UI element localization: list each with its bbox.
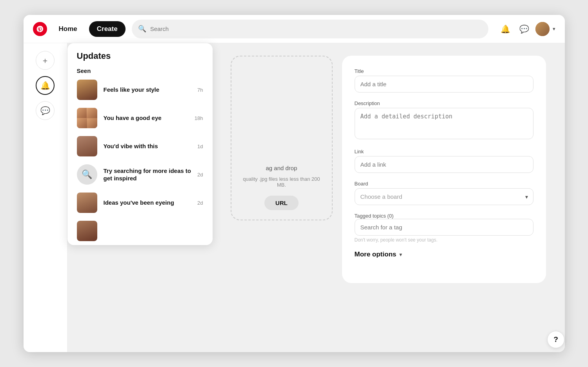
notification-item[interactable]: You have a good eye 18h bbox=[67, 104, 213, 132]
notification-text: You have a good eye bbox=[104, 114, 188, 122]
tagged-topics-label: Tagged topics (0) bbox=[355, 213, 533, 219]
sidebar-message-button[interactable]: 💬 bbox=[36, 101, 55, 120]
notification-text: Ideas you've been eyeing bbox=[104, 199, 191, 207]
notification-item[interactable]: 🔍 Try searching for more ideas to get in… bbox=[67, 160, 213, 189]
notification-text: You'd vibe with this bbox=[104, 142, 191, 150]
profile-chevron-icon[interactable]: ▾ bbox=[553, 26, 555, 32]
more-options-label: More options bbox=[355, 251, 397, 258]
help-icon: ? bbox=[553, 335, 558, 344]
notification-time: 18h bbox=[195, 115, 203, 121]
link-field-group: Link bbox=[355, 149, 533, 173]
more-options-chevron-icon: ▾ bbox=[399, 251, 402, 258]
board-field-group: Board Choose a board ▾ bbox=[355, 181, 533, 205]
help-button[interactable]: ? bbox=[547, 331, 564, 348]
pinterest-logo[interactable] bbox=[33, 22, 47, 36]
notification-title: Feels like your style bbox=[104, 86, 191, 94]
home-nav-button[interactable]: Home bbox=[53, 22, 83, 36]
tagged-topics-group: Tagged topics (0) Don't worry, people wo… bbox=[355, 213, 533, 243]
panel-title: Updates bbox=[67, 43, 213, 64]
sidebar-bell-button[interactable]: 🔔 bbox=[36, 76, 55, 95]
notification-item[interactable]: Feels like your style 7h bbox=[67, 76, 213, 104]
title-input[interactable] bbox=[355, 76, 533, 93]
search-input[interactable] bbox=[150, 25, 482, 32]
main-area: ＋ 🔔 💬 Updates Seen Feels like your bbox=[24, 43, 565, 352]
notification-thumbnail bbox=[77, 108, 97, 128]
chat-icon: 💬 bbox=[40, 106, 50, 115]
sidebar: ＋ 🔔 💬 bbox=[24, 43, 67, 352]
drop-area-subtext: quality .jpg files less less than 200 MB… bbox=[241, 176, 322, 188]
notification-thumbnail bbox=[77, 136, 97, 156]
drag-drop-text: ag and drop bbox=[266, 165, 297, 171]
notification-text: Feels like your style bbox=[104, 86, 191, 94]
link-input[interactable] bbox=[355, 156, 533, 173]
notification-title: Try searching for more ideas to get insp… bbox=[104, 167, 191, 182]
notification-time: 2d bbox=[197, 172, 203, 178]
notification-text: Try searching for more ideas to get insp… bbox=[104, 167, 191, 182]
description-input[interactable] bbox=[355, 108, 533, 139]
avatar-image bbox=[535, 22, 550, 36]
search-bar[interactable]: 🔍 bbox=[132, 20, 488, 38]
nav-icons: 🔔 💬 ▾ bbox=[498, 21, 555, 37]
tag-input[interactable] bbox=[355, 219, 533, 236]
pin-form-panel: Title Description Link Board bbox=[342, 56, 546, 283]
board-select[interactable]: Choose a board bbox=[355, 188, 533, 205]
notification-search-icon: 🔍 bbox=[77, 164, 97, 185]
bell-icon: 🔔 bbox=[40, 81, 50, 90]
board-label: Board bbox=[355, 181, 533, 187]
notification-item[interactable]: Ideas you've been eyeing 2d bbox=[67, 189, 213, 217]
notification-thumbnail bbox=[77, 80, 97, 100]
messages-icon[interactable]: 💬 bbox=[517, 21, 532, 37]
description-label: Description bbox=[355, 100, 533, 106]
more-options-button[interactable]: More options ▾ bbox=[355, 251, 533, 258]
notification-time: 7h bbox=[197, 87, 203, 93]
avatar[interactable] bbox=[535, 22, 550, 36]
notification-time: 2d bbox=[197, 200, 203, 206]
notification-thumbnail bbox=[77, 221, 97, 241]
section-seen-label: Seen bbox=[67, 64, 213, 76]
title-field-group: Title bbox=[355, 68, 533, 93]
browser-window: Home Create 🔍 🔔 💬 ▾ ＋ 🔔 💬 bbox=[24, 15, 565, 352]
notification-time: 1d bbox=[197, 144, 203, 149]
link-label: Link bbox=[355, 149, 533, 154]
notification-title: You have a good eye bbox=[104, 114, 188, 122]
url-button[interactable]: URL bbox=[264, 196, 299, 210]
notification-panel: Updates Seen Feels like your style 7h bbox=[67, 43, 213, 245]
top-nav: Home Create 🔍 🔔 💬 ▾ bbox=[24, 15, 565, 43]
board-select-wrap: Choose a board ▾ bbox=[355, 188, 533, 205]
notification-title: You'd vibe with this bbox=[104, 142, 191, 150]
notifications-list[interactable]: Feels like your style 7h You have a good… bbox=[67, 76, 213, 245]
notification-item[interactable]: You'd vibe with this 1d bbox=[67, 132, 213, 160]
search-icon: 🔍 bbox=[138, 25, 146, 33]
plus-icon: ＋ bbox=[41, 55, 49, 66]
notification-thumbnail bbox=[77, 193, 97, 213]
notification-bell-icon[interactable]: 🔔 bbox=[498, 21, 513, 37]
title-label: Title bbox=[355, 68, 533, 74]
description-field-group: Description bbox=[355, 100, 533, 141]
tag-hint: Don't worry, people won't see your tags. bbox=[355, 237, 533, 243]
notification-item[interactable] bbox=[67, 217, 213, 245]
notification-title: Ideas you've been eyeing bbox=[104, 199, 191, 207]
create-nav-button[interactable]: Create bbox=[89, 21, 126, 37]
add-icon-button[interactable]: ＋ bbox=[36, 51, 55, 70]
drop-area[interactable]: ag and drop quality .jpg files less less… bbox=[231, 56, 333, 220]
